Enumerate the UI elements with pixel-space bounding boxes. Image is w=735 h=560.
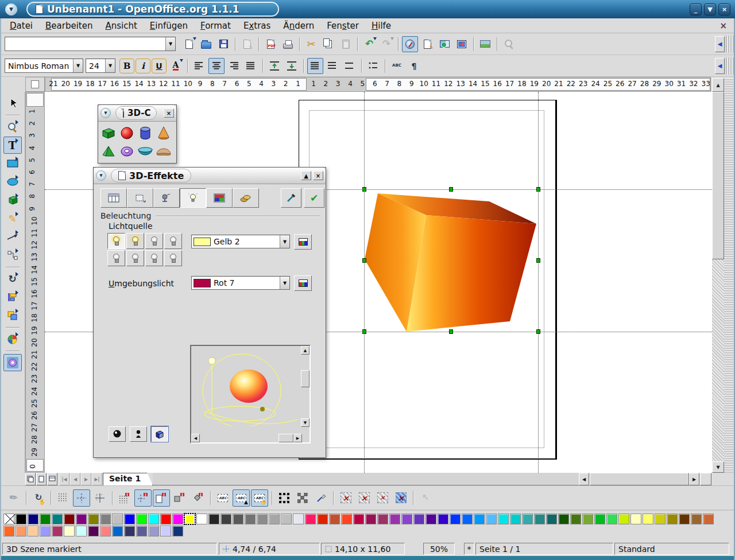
vertical-ruler[interactable]: 1234567891011121314151617181920212223242… [25, 92, 45, 473]
color-swatch[interactable] [293, 514, 304, 524]
color-swatch[interactable] [40, 526, 51, 536]
snap-guides-icon[interactable] [134, 489, 152, 507]
align-left-icon[interactable] [191, 58, 207, 74]
save-icon[interactable] [215, 36, 231, 52]
page-tab[interactable]: Seite 1 [103, 473, 153, 485]
color-swatch[interactable] [353, 514, 364, 524]
color-swatch[interactable] [88, 526, 99, 536]
color-swatch[interactable] [269, 514, 280, 524]
prev-cube-button[interactable] [151, 426, 168, 442]
color-swatch[interactable] [365, 514, 376, 524]
light-source-3-button[interactable] [145, 233, 163, 249]
torus3d-icon[interactable] [118, 142, 136, 161]
color-swatch[interactable] [184, 514, 195, 524]
snap-points-icon[interactable] [189, 489, 207, 507]
text-placeholder-icon[interactable]: × [374, 489, 391, 507]
simple-handles-icon[interactable] [276, 489, 293, 507]
dialog-titlebar[interactable]: ▼ 3D-Effekte ▲ × [94, 168, 326, 184]
selection-handle[interactable] [449, 187, 453, 192]
status-style[interactable]: Standard [614, 543, 729, 555]
toolbar-grip[interactable] [726, 36, 734, 53]
ambient-color-picker-button[interactable] [294, 275, 312, 291]
effects-icon[interactable] [3, 354, 22, 371]
color-swatch[interactable] [3, 526, 14, 536]
menu-einfügen[interactable]: Einfügen [144, 20, 194, 32]
line-contour-icon[interactable]: × [392, 489, 409, 507]
font-size-value[interactable]: 24 [86, 61, 105, 71]
preview-rotate-down[interactable]: ▼ [301, 418, 310, 427]
color-swatch[interactable] [522, 514, 533, 524]
color-swatch[interactable] [172, 526, 183, 536]
light-source-8-button[interactable] [164, 250, 182, 266]
ambient-color-combobox[interactable]: Rot 7 ▼ [191, 276, 290, 290]
color-swatch[interactable] [16, 514, 26, 524]
open-icon[interactable] [198, 36, 214, 52]
large-handles-icon[interactable] [294, 489, 311, 507]
underline-icon[interactable]: U [152, 59, 167, 73]
selection-handle[interactable] [449, 329, 453, 334]
color-swatch[interactable] [558, 514, 569, 524]
light-source-6-button[interactable] [126, 250, 144, 266]
preview-rotate-left[interactable]: ◀ [191, 434, 200, 442]
italic-icon[interactable]: i [136, 59, 150, 73]
color-swatch[interactable] [450, 514, 461, 524]
light-color-value[interactable]: Gelb 2 [211, 237, 280, 246]
snap-margins-icon[interactable] [153, 489, 170, 507]
light-color-combobox[interactable]: Gelb 2 ▼ [191, 235, 290, 248]
color-swatch[interactable] [160, 526, 171, 536]
color-swatch[interactable] [64, 526, 75, 536]
scroll-down-button[interactable]: ▼ [712, 461, 724, 473]
rectangle-icon[interactable] [3, 155, 22, 172]
color-swatch[interactable] [329, 514, 340, 524]
color-swatch[interactable] [28, 514, 38, 524]
color-swatch[interactable] [667, 514, 678, 524]
dblclick-text-icon[interactable]: ABC✋ [251, 489, 268, 507]
color-swatch[interactable] [655, 514, 666, 524]
dialog-close-icon[interactable]: × [313, 171, 323, 180]
palette-menu-button[interactable]: ▼ [100, 108, 111, 118]
ambient-color-value[interactable]: Rot 7 [211, 278, 280, 287]
color-swatch[interactable] [112, 526, 123, 536]
dialog-rollup-icon[interactable]: ▲ [301, 171, 311, 180]
ambient-color-dropdown[interactable]: ▼ [280, 277, 289, 289]
color-swatch[interactable] [618, 514, 629, 524]
font-name-dropdown[interactable]: ▼ [73, 59, 83, 72]
menu-extras[interactable]: Extras [237, 20, 277, 32]
color-swatch[interactable] [148, 514, 159, 524]
char-dialog-icon[interactable]: ABC [389, 58, 405, 74]
selection-handle[interactable] [536, 329, 540, 334]
guides-visible-icon[interactable] [73, 489, 90, 507]
tab-favorites-icon[interactable] [100, 188, 127, 208]
color-swatch[interactable] [606, 514, 617, 524]
color-swatch[interactable] [148, 526, 159, 536]
status-position[interactable]: 4,74 / 6,74 [219, 543, 320, 555]
color-swatch[interactable] [281, 514, 292, 524]
illumination-preview[interactable]: ▲ ▼ ◀ ▶ [190, 345, 311, 444]
color-swatch[interactable] [220, 514, 231, 524]
dialog-menu-button[interactable]: ▼ [96, 170, 106, 181]
align-right-icon[interactable] [226, 58, 242, 74]
para-dialog-icon[interactable]: ¶ [406, 58, 422, 74]
align-icon[interactable] [3, 289, 22, 306]
font-size-dropdown[interactable]: ▼ [105, 59, 115, 72]
line-15-icon[interactable] [324, 58, 341, 74]
font-name-value[interactable]: Nimbus Roman [5, 61, 73, 71]
palette-close-icon[interactable]: × [164, 108, 174, 118]
light-source-2-button[interactable] [126, 233, 144, 249]
toolbar-collapse-button[interactable]: ◀ [715, 58, 725, 74]
color-swatch[interactable] [76, 514, 87, 524]
selection-handle[interactable] [362, 187, 366, 192]
text-icon[interactable]: T [3, 137, 22, 154]
light-source-7-button[interactable] [145, 250, 163, 266]
new-document-icon[interactable] [181, 36, 197, 52]
color-swatch[interactable] [462, 514, 473, 524]
color-swatch[interactable] [413, 514, 424, 524]
connector-icon[interactable] [3, 247, 22, 264]
light-source-5-button[interactable] [107, 250, 125, 266]
color-swatch[interactable] [594, 514, 605, 524]
curve-icon[interactable]: ✎ [3, 210, 22, 227]
font-color-icon[interactable]: A [168, 58, 184, 74]
color-swatch[interactable] [474, 514, 485, 524]
color-swatch[interactable] [425, 514, 436, 524]
color-swatch[interactable] [691, 514, 702, 524]
